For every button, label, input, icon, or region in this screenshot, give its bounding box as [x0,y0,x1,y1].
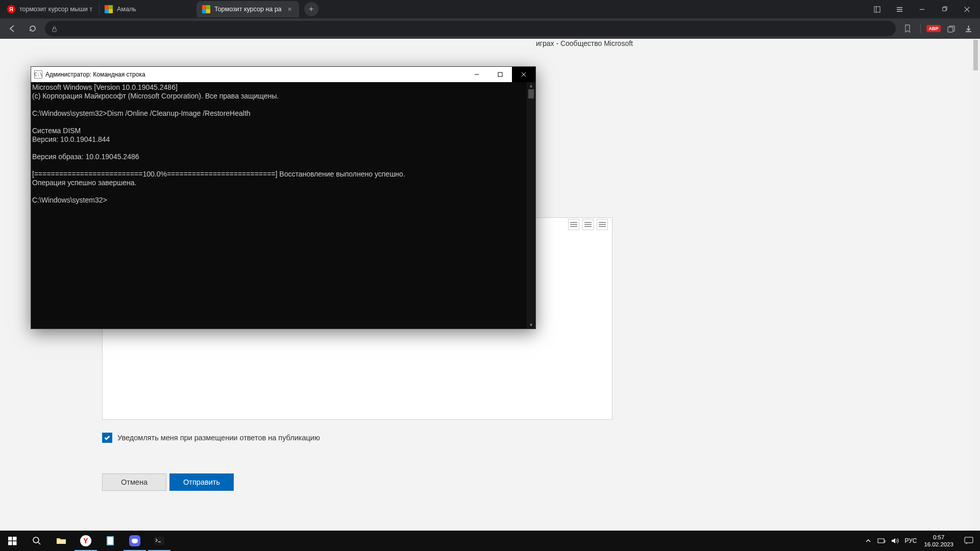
toolbar-separator [920,23,921,34]
svg-rect-25 [878,539,884,543]
tab-label: тормозит курсор мыши т [19,6,94,13]
cmd-maximize-icon[interactable] [488,67,512,82]
system-tray: РУС 0:57 16.02.2023 [862,531,980,551]
svg-rect-16 [13,537,17,541]
window-controls [866,0,980,18]
tab-1[interactable]: Амаль [100,1,197,17]
taskbar[interactable]: Y РУС 0:57 16.02.2023 [0,531,980,551]
svg-rect-12 [498,72,502,77]
action-center-icon[interactable] [958,531,980,551]
notepad-icon[interactable] [98,531,122,551]
scroll-up-icon[interactable]: ▲ [527,82,535,89]
tab-label: Амаль [117,6,191,13]
cmd-scrollbar[interactable]: ▲ ▼ [527,82,535,329]
ms-favicon [105,5,113,13]
svg-rect-23 [108,537,113,544]
tab-close-icon[interactable]: × [286,5,294,13]
clock[interactable]: 0:57 16.02.2023 [920,534,958,548]
notify-checkbox-row[interactable]: Уведомлять меня при размещении ответов н… [102,433,320,443]
tab-strip: Я тормозит курсор мыши т Амаль Тормозит … [0,0,980,18]
notify-label: Уведомлять меня при размещении ответов н… [117,434,320,442]
window-restore-icon[interactable] [933,0,955,18]
cmd-output[interactable]: Microsoft Windows [Version 10.0.19045.24… [31,82,535,329]
svg-rect-18 [13,541,17,545]
clock-time: 0:57 [933,534,944,541]
cmd-text: Microsoft Windows [Version 10.0.19045.24… [32,83,405,204]
sidebar-icon[interactable] [866,0,888,18]
window-close-icon[interactable] [955,0,978,18]
cmd-minimize-icon[interactable] [465,67,488,82]
page-heading-fragment: играх - Сообщество Microsoft [536,39,633,47]
nav-back-icon[interactable] [4,20,20,37]
view-mode-1-icon[interactable] [568,219,579,230]
cmd-titlebar[interactable]: C:\ Администратор: Командная строка [31,67,535,82]
view-mode-2-icon[interactable] [582,219,594,230]
downloads-icon[interactable] [961,22,976,35]
svg-rect-9 [53,29,56,32]
page-scrollbar[interactable] [971,39,980,551]
abp-extension-icon[interactable]: ABP [926,22,941,35]
cancel-button[interactable]: Отмена [102,473,166,491]
cmd-window-controls [465,67,535,82]
svg-line-20 [38,542,40,544]
collections-icon[interactable] [943,22,959,35]
tab-0[interactable]: Я тормозит курсор мыши т [2,1,99,17]
menu-icon[interactable] [888,0,911,18]
form-buttons: Отмена Отправить [102,473,234,491]
search-icon[interactable] [24,531,49,551]
network-icon[interactable] [875,531,888,551]
start-button[interactable] [0,531,24,551]
new-tab-button[interactable]: + [304,2,318,16]
scroll-down-icon[interactable]: ▼ [527,321,535,329]
window-minimize-icon[interactable] [911,0,933,18]
tab-2-active[interactable]: Тормозит курсор на ра × [197,1,299,17]
cmd-title-text: Администратор: Командная строка [45,71,145,78]
browser-window: Я тормозит курсор мыши т Амаль Тормозит … [0,0,980,551]
svg-rect-10 [948,27,953,32]
svg-rect-6 [942,7,946,10]
cmd-icon: C:\ [34,70,42,79]
lock-icon [51,26,58,32]
bookmark-icon[interactable] [900,22,915,35]
editor-view-buttons [568,219,608,230]
svg-rect-17 [8,541,12,545]
yandex-browser-icon[interactable]: Y [74,531,98,551]
tab-label: Тормозит курсор на ра [214,6,282,13]
svg-point-19 [33,537,39,543]
svg-rect-0 [874,6,879,12]
toolbar-extensions: ABP [900,22,976,35]
clock-date: 16.02.2023 [924,541,953,548]
browser-toolbar: ABP [0,18,980,39]
cmd-taskbar-icon[interactable] [147,531,172,551]
file-explorer-icon[interactable] [49,531,74,551]
cmd-window[interactable]: C:\ Администратор: Командная строка Micr… [31,66,536,329]
discord-icon[interactable] [122,531,147,551]
nav-reload-icon[interactable] [24,20,41,37]
svg-rect-15 [8,537,12,541]
cmd-close-icon[interactable] [512,67,535,82]
language-indicator[interactable]: РУС [901,531,920,551]
submit-button[interactable]: Отправить [169,473,234,491]
view-mode-3-icon[interactable] [597,219,608,230]
svg-rect-21 [57,540,66,544]
address-bar[interactable] [45,21,896,36]
browser-content: играх - Сообщество Microsoft Уведомлять … [0,39,980,551]
volume-icon[interactable] [888,531,901,551]
checkbox-checked-icon[interactable] [102,433,112,443]
svg-rect-26 [965,537,973,543]
svg-rect-24 [154,537,164,545]
yandex-favicon: Я [7,5,15,13]
ms-favicon [202,5,210,13]
tray-overflow-icon[interactable] [862,531,875,551]
